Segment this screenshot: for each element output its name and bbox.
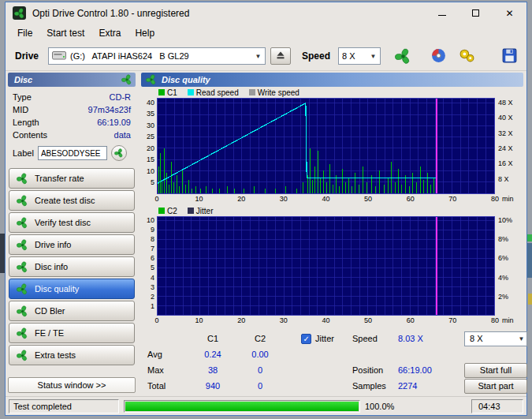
title-bar[interactable]: Opti Drive Control 1.80 - unregistered ✕ [6, 2, 526, 24]
floppy-save-icon [501, 47, 518, 65]
close-icon: ✕ [505, 9, 513, 18]
max-c2-value: 0 [237, 365, 283, 375]
menu-help[interactable]: Help [128, 25, 161, 41]
eject-button[interactable] [270, 47, 291, 65]
legend-item: C1 [158, 88, 177, 97]
position-value: 66:19.00 [398, 365, 464, 375]
sidebar-item-disc-info[interactable]: Disc info [9, 256, 135, 277]
test-speed-select[interactable]: 8 X ▼ [464, 331, 527, 346]
sidebar-item-label: Verify test disc [35, 218, 91, 227]
save-button[interactable] [500, 47, 519, 65]
sidebar-item-create-test-disc[interactable]: Create test disc [9, 190, 135, 211]
fan-icon [17, 173, 28, 185]
c2-column-header: C2 [237, 334, 283, 343]
jitter-checkbox[interactable]: ✓ [301, 334, 311, 344]
speed-select[interactable]: 8 X ▼ [338, 47, 381, 65]
disc-length-row: Length 66:19.09 [13, 116, 131, 129]
start-part-button[interactable]: Start part [464, 379, 527, 394]
status-message: Test completed [13, 402, 72, 411]
disc-mid-value: 97m34s23f [88, 105, 131, 114]
samples-label: Samples [352, 381, 398, 391]
legend-item: Write speed [249, 88, 299, 97]
sidebar-item-verify-test-disc[interactable]: Verify test disc [9, 212, 135, 233]
maximize-button[interactable] [459, 2, 493, 24]
chevron-down-icon: ▼ [516, 335, 526, 342]
background-window-fragment [527, 234, 532, 241]
sidebar-item-label: Extra tests [35, 350, 76, 360]
menu-bar: File Start test Extra Help [6, 24, 526, 42]
progress-percent: 100.0% [365, 402, 394, 411]
sidebar-item-cd-bler[interactable]: CD Bler [9, 301, 135, 321]
chart-row-speed-c1: 403530252015105 48 X40 X32 X24 X16 X8 X [141, 98, 523, 194]
sidebar-item-extra-tests[interactable]: Extra tests [9, 345, 135, 365]
stats-panel: C1 C2 ✓ Jitter Speed 8.03 X 8 X ▼ [141, 331, 523, 394]
speed-stat-value: 8.03 X [398, 334, 464, 343]
total-row: Total 940 0 Samples 2274 Start part [147, 378, 523, 394]
fan-icon [17, 327, 28, 339]
close-button[interactable]: ✕ [493, 2, 526, 24]
fan-icon [17, 261, 28, 273]
minimize-button[interactable] [425, 2, 459, 24]
sidebar-item-label: CD Bler [35, 306, 65, 316]
disc-contents-row: Contents data [13, 129, 131, 141]
fan-icon [17, 239, 28, 251]
sidebar-item-label: Drive info [35, 240, 71, 249]
elapsed-time-box: 04:43 [471, 399, 523, 413]
fan-icon [17, 305, 28, 317]
legend-swatch [158, 208, 165, 214]
page-title: Disc quality [162, 75, 210, 84]
results-button[interactable] [429, 47, 448, 65]
disc-contents-label: Contents [13, 130, 47, 140]
disc-label-input[interactable] [38, 146, 107, 160]
test-speed-value: 8 X [470, 334, 483, 343]
progress-fill [125, 402, 359, 411]
fan-icon [114, 148, 124, 158]
drive-select[interactable]: (G:) ATAPI iHAS624 B GL29 ▼ [48, 47, 266, 65]
menu-file[interactable]: File [11, 25, 39, 41]
minimize-icon [438, 15, 446, 16]
eject-icon [276, 51, 285, 62]
sidebar-item-drive-info[interactable]: Drive info [9, 234, 135, 255]
chevron-down-icon: ▼ [368, 53, 378, 60]
gears-icon [459, 47, 475, 65]
fan-icon [17, 350, 28, 361]
disc-type-label: Type [13, 92, 32, 102]
y-axis-left-labels: 10987654321 [141, 216, 157, 316]
progress-bar [124, 400, 360, 413]
status-bar: Test completed 100.0% 04:43 [6, 396, 526, 415]
avg-row: Avg 0.24 0.00 [147, 346, 523, 362]
avg-c2-value: 0.00 [237, 350, 283, 359]
max-c1-value: 38 [188, 365, 237, 375]
legend-item: Read speed [188, 88, 239, 97]
fan-icon [121, 74, 132, 85]
menu-extra[interactable]: Extra [92, 25, 127, 41]
fan-icon [17, 283, 28, 295]
legend-swatch [249, 89, 255, 95]
disc-contents-value: data [114, 130, 131, 140]
drive-value: (G:) ATAPI iHAS624 B GL29 [70, 51, 189, 61]
status-window-button[interactable]: Status window >> [8, 377, 136, 393]
disc-length-value: 66:19.09 [97, 118, 131, 127]
refresh-label-button[interactable] [111, 145, 127, 161]
chevron-down-icon: ▼ [253, 53, 263, 60]
disc-mid-row: MID 97m34s23f [13, 103, 131, 116]
sidebar-item-label: Transfer rate [35, 174, 84, 183]
elapsed-time: 04:43 [478, 402, 500, 411]
disc-section-header: Disc [8, 73, 136, 87]
options-button[interactable] [457, 47, 476, 65]
sidebar-item-fe-te[interactable]: FE / TE [9, 323, 135, 343]
status-message-box: Test completed [9, 399, 119, 413]
y-axis-right-labels: 48 X40 X32 X24 X16 X8 X [495, 98, 523, 194]
start-full-button[interactable]: Start full [464, 363, 527, 378]
chart-row-c2-jitter: 10987654321 10%8%6%4%2% [141, 216, 523, 316]
window-title: Opti Drive Control 1.80 - unregistered [32, 8, 189, 19]
fan-icon [17, 217, 28, 229]
sidebar-item-transfer-rate[interactable]: Transfer rate [9, 168, 135, 189]
fan-icon [146, 74, 157, 85]
menu-start-test[interactable]: Start test [40, 25, 91, 41]
desktop-background: Opti Drive Control 1.80 - unregistered ✕… [0, 0, 532, 419]
sidebar-item-disc-quality[interactable]: Disc quality [9, 279, 135, 299]
speed-value: 8 X [342, 51, 355, 61]
total-c1-value: 940 [188, 381, 237, 391]
drive-icon [52, 51, 66, 62]
